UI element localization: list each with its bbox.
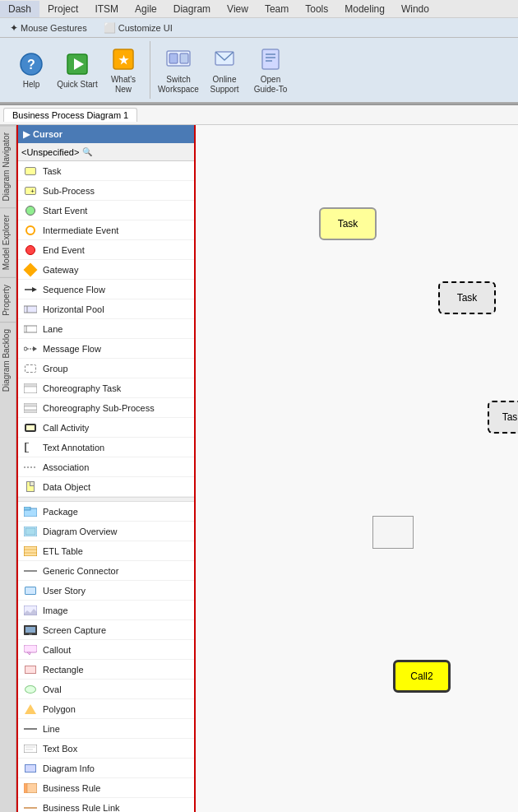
breadcrumb-tab[interactable]: Business Process Diagram 1	[3, 108, 137, 122]
call-label-1: Call2	[410, 670, 432, 682]
shape-label-task: Task	[43, 166, 62, 176]
support-icon	[211, 46, 238, 72]
shape-label-text-annotation: Text Annotation	[43, 443, 104, 452]
shape-item-intermediate-event[interactable]: Intermediate Event	[18, 220, 194, 240]
customize-ui-button[interactable]: ⬜ Customize UI	[99, 21, 178, 35]
menu-project[interactable]: Project	[39, 1, 86, 17]
help-icon: ?	[18, 51, 44, 77]
shape-label-user-story: User Story	[43, 586, 86, 596]
shape-item-call-activity[interactable]: Call Activity	[18, 418, 194, 438]
main-area: Diagram Navigator Model Explorer Propert…	[0, 125, 518, 812]
shape-item-diagram-info[interactable]: Diagram Info	[18, 759, 194, 778]
diagram-overview-icon	[23, 525, 38, 538]
business-rule-link-icon	[23, 801, 38, 813]
shape-item-subprocess[interactable]: Sub-Process	[18, 181, 194, 201]
shape-item-package[interactable]: Package	[18, 502, 194, 522]
nav-diagram-navigator[interactable]: Diagram Navigator	[0, 125, 16, 207]
svg-rect-27	[24, 410, 37, 413]
mouse-gestures-button[interactable]: ✦ Mouse Gestures	[5, 21, 92, 35]
shape-item-choreo-task[interactable]: Choreography Task	[18, 378, 194, 398]
shape-label-etl-table: ETL Table	[43, 546, 83, 556]
filter-icon: 🔍	[82, 147, 92, 156]
svg-rect-47	[24, 745, 37, 753]
shape-item-choreo-subprocess[interactable]: Choreography Sub-Process	[18, 398, 194, 418]
canvas-area[interactable]: Task Task Task Call2	[196, 125, 518, 812]
shape-item-task[interactable]: Task	[18, 161, 194, 181]
shape-item-association[interactable]: Association	[18, 457, 194, 477]
shape-item-generic-connector[interactable]: Generic Connector	[18, 561, 194, 581]
menu-agile[interactable]: Agile	[127, 1, 165, 17]
task-shape-1[interactable]: Task	[319, 207, 377, 240]
menu-windo[interactable]: Windo	[393, 1, 437, 17]
shape-label-rectangle: Rectangle	[43, 665, 84, 675]
task-label-1: Task	[338, 218, 358, 230]
online-support-button[interactable]: Online Support	[203, 44, 246, 96]
business-rule-icon	[23, 782, 38, 795]
association-icon	[23, 461, 38, 474]
shape-item-business-rule[interactable]: Business Rule	[18, 778, 194, 798]
call-shape-1[interactable]: Call2	[393, 660, 451, 693]
open-guide-button[interactable]: Open Guide-To	[249, 44, 292, 96]
shape-label-horizontal-pool: Horizontal Pool	[43, 304, 104, 314]
shape-label-screen-capture: Screen Capture	[43, 625, 106, 635]
shape-label-call-activity: Call Activity	[43, 423, 89, 433]
shape-label-diagram-info: Diagram Info	[43, 763, 95, 773]
shape-item-end-event[interactable]: End Event	[18, 240, 194, 260]
shape-item-image[interactable]: Image	[18, 601, 194, 620]
shape-item-start-event[interactable]: Start Event	[18, 201, 194, 220]
menu-tools[interactable]: Tools	[297, 1, 336, 17]
shape-item-polygon[interactable]: Polygon	[18, 699, 194, 719]
shape-item-lane[interactable]: Lane	[18, 319, 194, 339]
shape-item-text-annotation[interactable]: Text Annotation	[18, 438, 194, 457]
quickstart-button[interactable]: Quick Start	[56, 44, 99, 96]
switch-workspace-button[interactable]: Switch Workspace	[157, 44, 200, 96]
open-guide-label: Open Guide-To	[250, 75, 291, 95]
shape-item-diagram-overview[interactable]: Diagram Overview	[18, 522, 194, 541]
nav-diagram-backlog[interactable]: Diagram Backlog	[0, 322, 16, 398]
nav-property[interactable]: Property	[0, 277, 16, 322]
toolbar-area: ✦ Mouse Gestures ⬜ Customize UI ? Help	[0, 18, 518, 105]
shape-item-rectangle[interactable]: Rectangle	[18, 660, 194, 680]
help-button[interactable]: ? Help	[10, 44, 53, 96]
shape-item-text-box[interactable]: Text Box	[18, 739, 194, 759]
shape-item-screen-capture[interactable]: Screen Capture	[18, 620, 194, 640]
shape-panel-header: ▶ Cursor	[18, 125, 194, 143]
shape-item-gateway[interactable]: Gateway	[18, 260, 194, 280]
task-shape-2[interactable]: Task	[438, 281, 496, 314]
shape-item-message-flow[interactable]: Message Flow	[18, 339, 194, 359]
shape-label-text-box: Text Box	[43, 744, 77, 754]
empty-shape-1[interactable]	[372, 516, 414, 549]
shape-item-business-rule-link[interactable]: Business Rule Link	[18, 798, 194, 812]
filter-value[interactable]: <Unspecified>	[21, 147, 79, 157]
nav-model-explorer[interactable]: Model Explorer	[0, 207, 16, 276]
toolbar-top-row: ✦ Mouse Gestures ⬜ Customize UI	[0, 18, 518, 38]
shape-item-callout[interactable]: Callout	[18, 640, 194, 660]
menu-team[interactable]: Team	[257, 1, 297, 17]
choreo-subprocess-icon	[23, 401, 38, 415]
shape-item-group[interactable]: Group	[18, 359, 194, 378]
menu-dash[interactable]: Dash	[0, 1, 39, 17]
subprocess-icon	[23, 184, 38, 197]
whatsnew-button[interactable]: ★ What's New	[102, 44, 145, 96]
menu-view[interactable]: View	[219, 1, 257, 17]
menu-diagram[interactable]: Diagram	[165, 1, 219, 17]
shape-item-etl-table[interactable]: ETL Table	[18, 541, 194, 561]
task-shape-3[interactable]: Task	[488, 401, 518, 434]
shape-item-oval[interactable]: Oval	[18, 680, 194, 699]
choreo-task-icon	[23, 382, 38, 395]
shape-item-data-object[interactable]: Data Object	[18, 477, 194, 497]
call-activity-icon	[23, 421, 38, 434]
shape-item-user-story[interactable]: User Story	[18, 581, 194, 601]
shape-item-sequence-flow[interactable]: Sequence Flow	[18, 280, 194, 299]
shape-label-line: Line	[43, 724, 60, 734]
shape-item-horizontal-pool[interactable]: Horizontal Pool	[18, 299, 194, 319]
svg-rect-18	[24, 326, 37, 332]
menu-itsm[interactable]: ITSM	[86, 1, 127, 17]
menu-modeling[interactable]: Modeling	[336, 1, 393, 17]
image-icon	[23, 604, 38, 617]
vertical-nav: Diagram Navigator Model Explorer Propert…	[0, 125, 16, 812]
shape-panel-title: Cursor	[33, 129, 62, 139]
svg-text:★: ★	[118, 53, 129, 67]
shape-item-line[interactable]: Line	[18, 719, 194, 739]
shape-label-choreo-task: Choreography Task	[43, 383, 121, 393]
